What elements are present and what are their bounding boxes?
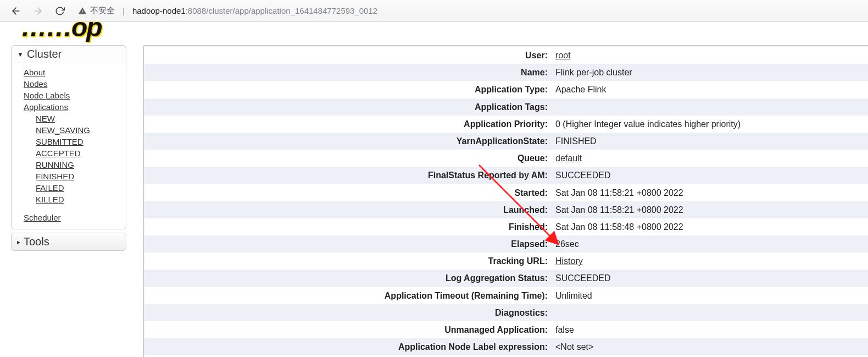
diag-label: Diagnostics: [144, 304, 551, 321]
logagg-value: SUCCEEDED [551, 270, 868, 287]
row-started: Started:Sat Jan 08 11:58:21 +0800 2022 [144, 184, 868, 201]
row-finished: Finished:Sat Jan 08 11:58:48 +0800 2022 [144, 218, 868, 235]
apptype-value: Apache Flink [551, 81, 868, 98]
sidebar-link-node-labels[interactable]: Node Labels [24, 90, 126, 101]
url-host: hadoop-node1 [132, 6, 186, 15]
hadoop-logo-fragment: ……op [21, 22, 102, 33]
sidebar-link-scheduler[interactable]: Scheduler [24, 212, 126, 223]
browser-toolbar: 不安全 | hadoop-node1:8088/cluster/app/appl… [0, 0, 868, 22]
row-unmanaged: Unmanaged Application:false [144, 321, 868, 338]
timeout-label: Application Timeout (Remaining Time): [144, 287, 551, 304]
finalstatus-value: SUCCEEDED [551, 167, 868, 184]
launched-label: Launched: [144, 201, 551, 218]
queue-label: Queue: [144, 150, 551, 167]
tools-label: Tools [24, 235, 49, 248]
appnodelabel-label: Application Node Label expression: [144, 338, 551, 355]
row-user: User:root [144, 47, 868, 64]
launched-value: Sat Jan 08 11:58:21 +0800 2022 [551, 201, 868, 218]
sidebar-link-about[interactable]: About [24, 67, 126, 78]
name-value: Flink per-job cluster [551, 64, 868, 81]
row-name: Name:Flink per-job cluster [144, 64, 868, 81]
logagg-label: Log Aggregation Status: [144, 270, 551, 287]
tracking-url-link[interactable]: History [555, 256, 583, 266]
row-timeout: Application Timeout (Remaining Time):Unl… [144, 287, 868, 304]
row-apptags: Application Tags: [144, 98, 868, 116]
row-appnodelabel: Application Node Label expression:<Not s… [144, 338, 868, 355]
row-logagg: Log Aggregation Status:SUCCEEDED [144, 270, 868, 287]
tracking-label: Tracking URL: [144, 252, 551, 270]
sidebar-link-running[interactable]: RUNNING [36, 159, 126, 171]
yarnstate-value: FINISHED [551, 133, 868, 150]
finalstatus-label: FinalStatus Reported by AM: [144, 167, 551, 184]
apppri-label: Application Priority: [144, 116, 551, 133]
url-separator: | [119, 6, 128, 15]
diag-value [551, 304, 868, 321]
apptype-label: Application Type: [144, 81, 551, 98]
yarnstate-label: YarnApplicationState: [144, 133, 551, 150]
triangle-right-icon: ▸ [17, 238, 20, 246]
sidebar-link-applications[interactable]: Applications [24, 101, 126, 113]
triangle-down-icon: ▼ [17, 51, 24, 58]
cluster-accordion: ▼ Cluster About Nodes Node Labels Applic… [11, 45, 126, 229]
elapsed-value: 26sec [551, 235, 868, 252]
cluster-label: Cluster [27, 48, 62, 61]
sidebar-link-nodes[interactable]: Nodes [24, 78, 126, 90]
user-value[interactable]: root [555, 51, 571, 60]
row-queue: Queue:default [144, 150, 868, 167]
row-apppriority: Application Priority:0 (Higher Integer v… [144, 116, 868, 133]
finished-value: Sat Jan 08 11:58:48 +0800 2022 [551, 218, 868, 235]
started-value: Sat Jan 08 11:58:21 +0800 2022 [551, 184, 868, 201]
apppri-value: 0 (Higher Integer value indicates higher… [551, 116, 868, 133]
apptags-label: Application Tags: [144, 98, 551, 116]
row-launched: Launched:Sat Jan 08 11:58:21 +0800 2022 [144, 201, 868, 218]
sidebar-link-new-saving[interactable]: NEW_SAVING [36, 124, 126, 136]
sidebar-link-new[interactable]: NEW [36, 113, 126, 124]
elapsed-label: Elapsed: [144, 235, 551, 252]
apptags-value [551, 98, 868, 116]
sidebar-link-failed[interactable]: FAILED [36, 182, 126, 194]
timeout-value: Unlimited [551, 287, 868, 304]
row-elapsed: Elapsed:26sec [144, 235, 868, 252]
tools-accordion: ▸ Tools [11, 233, 126, 251]
tools-header[interactable]: ▸ Tools [12, 233, 126, 250]
queue-value[interactable]: default [555, 153, 582, 163]
user-label: User: [144, 47, 551, 64]
unmanaged-label: Unmanaged Application: [144, 321, 551, 338]
row-yarnstate: YarnApplicationState:FINISHED [144, 133, 868, 150]
row-diagnostics: Diagnostics: [144, 304, 868, 321]
sidebar-link-submitted[interactable]: SUBMITTED [36, 136, 126, 147]
sidebar-link-killed[interactable]: KILLED [36, 194, 126, 205]
address-bar[interactable]: 不安全 | hadoop-node1:8088/cluster/app/appl… [73, 6, 861, 16]
row-apptype: Application Type:Apache Flink [144, 81, 868, 98]
row-finalstatus: FinalStatus Reported by AM:SUCCEEDED [144, 167, 868, 184]
sidebar-link-finished[interactable]: FINISHED [36, 171, 126, 182]
url-path: :8088/cluster/app/application_1641484772… [186, 6, 377, 15]
sidebar-link-accepted[interactable]: ACCEPTED [36, 147, 126, 159]
finished-label: Finished: [144, 218, 551, 235]
started-label: Started: [144, 184, 551, 201]
sidebar: ▼ Cluster About Nodes Node Labels Applic… [11, 45, 126, 254]
row-tracking: Tracking URL:History [144, 252, 868, 270]
appnodelabel-value: <Not set> [551, 338, 868, 355]
application-details: User:root Name:Flink per-job cluster App… [143, 45, 868, 357]
cluster-header[interactable]: ▼ Cluster [12, 46, 126, 63]
name-label: Name: [144, 64, 551, 81]
unmanaged-value: false [551, 321, 868, 338]
details-table: User:root Name:Flink per-job cluster App… [144, 47, 868, 357]
